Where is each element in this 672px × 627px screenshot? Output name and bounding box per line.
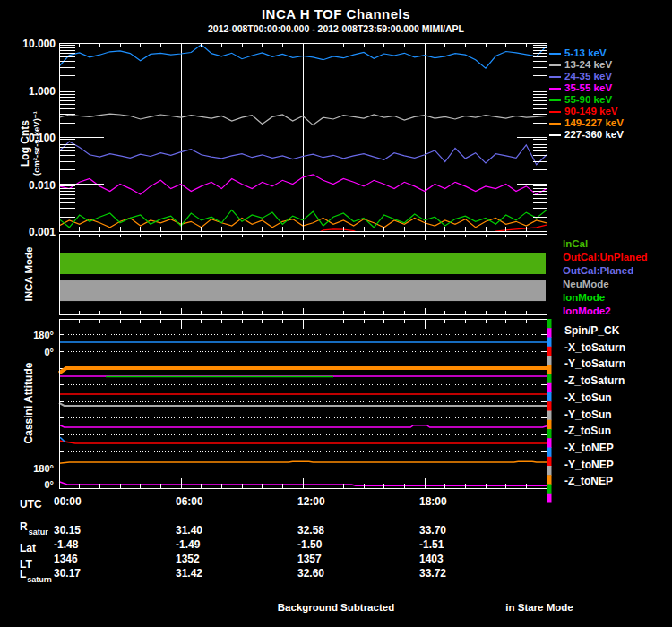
- attitude-color-strip-segment: [547, 448, 552, 458]
- tof-legend-item: 90-149 keV: [564, 106, 617, 117]
- inca-tof-plot-page: INCA H TOF Channels 2012-008T00:00:00.00…: [0, 0, 672, 627]
- legend-color-dash: [549, 88, 561, 90]
- table-cell: 33.72: [419, 567, 446, 580]
- mode-legend-item: OutCal:Planed: [563, 265, 633, 277]
- attitude-color-strip-segment: [547, 494, 552, 503]
- attitude-legend-item: -Y_toSun: [564, 408, 612, 421]
- attitude-color-strip-segment: [547, 319, 552, 329]
- attitude-att-line-5: [59, 403, 547, 406]
- legend-color-dash: [549, 123, 561, 125]
- utc-tick-label: 18:00: [419, 495, 447, 508]
- attitude-att-line-7: [59, 441, 547, 443]
- attitude-color-strip-segment: [547, 475, 552, 485]
- mode-legend-item: IonMode: [563, 292, 605, 304]
- table-cell: -1.48: [54, 538, 78, 551]
- attitude-color-strip-segment: [547, 457, 552, 467]
- utc-tick-label: 06:00: [176, 495, 203, 508]
- attitude-y-axis-label: Cassini Attitude: [22, 349, 35, 457]
- attitude-color-strip-segment: [547, 438, 552, 448]
- attitude-color-strip-segment: [547, 429, 552, 439]
- attitude-color-strip-segment: [547, 328, 552, 338]
- table-cell: 32.58: [297, 524, 324, 537]
- legend-color-dash: [549, 134, 561, 136]
- row-label-main: L: [20, 568, 26, 580]
- legend-color-dash: [549, 99, 561, 101]
- attitude-color-strip-segment: [547, 356, 552, 365]
- utc-axis-label: UTC: [20, 498, 42, 511]
- table-cell: 1346: [54, 553, 78, 565]
- mode-bar-IonMode: [60, 253, 546, 274]
- tof-y-tick-label: 0.010: [13, 179, 56, 192]
- tof-y-tick-label: 0.001: [13, 226, 56, 238]
- utc-tick-label: 00:00: [54, 495, 82, 508]
- legend-color-dash: [549, 64, 561, 66]
- table-row-label: Lat: [20, 542, 36, 554]
- mode-y-axis-label: INCA Mode: [23, 234, 36, 314]
- legend-color-dash: [549, 53, 561, 55]
- mode-legend-item: InCal: [563, 238, 588, 250]
- attitude-legend-item: -Y_toNEP: [564, 459, 614, 471]
- attitude-y-tick-label: 0°: [14, 479, 54, 491]
- row-label-subscript: satur: [29, 528, 48, 537]
- mode-legend-item: IonMode2: [563, 305, 611, 317]
- table-row-label: Lsaturn: [20, 568, 51, 581]
- attitude-color-strip-segment: [547, 374, 552, 384]
- attitude-color-strip-segment: [547, 383, 552, 393]
- table-cell: -1.50: [297, 538, 322, 551]
- tof-legend-item: 35-55 keV: [564, 82, 612, 94]
- attitude-att-line-2: [59, 368, 547, 374]
- tof-y-tick-label: 0.100: [13, 132, 56, 144]
- attitude-color-strip-segment: [547, 365, 552, 374]
- table-cell: 1357: [297, 553, 322, 565]
- table-cell: -1.49: [176, 538, 200, 551]
- mode-legend-item: OutCal:UnPlaned: [563, 252, 648, 263]
- attitude-legend-item: -X_toNEP: [564, 442, 614, 454]
- mode-legend-item: NeuMode: [563, 279, 609, 290]
- row-label-subscript: saturn: [27, 575, 52, 584]
- attitude-legend-item: -Z_toSaturn: [564, 374, 625, 387]
- attitude-att-line-9: [59, 461, 547, 463]
- attitude-color-strip-segment: [547, 411, 552, 421]
- attitude-y-tick-label: 180°: [14, 463, 54, 475]
- attitude-legend-item: -Z_toSun: [564, 425, 611, 437]
- attitude-legend-item: -Z_toNEP: [564, 475, 613, 487]
- attitude-color-strip-segment: [547, 485, 552, 494]
- table-cell: 32.60: [297, 567, 324, 580]
- attitude-color-strip-segment: [547, 347, 552, 356]
- mode-bar-NeuMode: [60, 280, 546, 301]
- attitude-color-strip-segment: [547, 466, 552, 476]
- attitude-legend-item: -Y_toSaturn: [564, 357, 625, 370]
- table-cell: 30.17: [54, 567, 81, 580]
- tof-y-tick-label: 10.000: [13, 38, 56, 50]
- time-range-subtitle: 2012-008T00:00:00.000 - 2012-008T23:59:0…: [0, 23, 672, 34]
- page-title: INCA H TOF Channels: [0, 6, 672, 21]
- table-cell: 33.70: [419, 524, 446, 537]
- footer-stare-mode: in Stare Mode: [484, 602, 595, 613]
- attitude-legend-item: Spin/P_CK: [564, 324, 619, 337]
- footer-background-subtracted: Background Subtracted: [251, 602, 421, 613]
- utc-tick-label: 12:00: [297, 495, 325, 508]
- attitude-color-strip-segment: [547, 401, 552, 411]
- row-label-main: R: [20, 520, 28, 533]
- tof-legend-item: 227-360 keV: [564, 129, 624, 141]
- tof-legend-item: 149-227 keV: [564, 117, 624, 129]
- table-cell: 1403: [419, 553, 444, 565]
- table-cell: 1352: [176, 553, 200, 565]
- attitude-y-tick-label: 180°: [14, 330, 54, 341]
- attitude-legend-item: -X_toSaturn: [564, 341, 625, 354]
- tof-legend-item: 24-35 keV: [564, 71, 612, 82]
- tof-legend-item: 5-13 keV: [564, 47, 607, 59]
- attitude-att-line-6: [59, 425, 547, 427]
- tof-y-tick-label: 1.000: [13, 85, 56, 98]
- table-cell: -1.51: [419, 538, 444, 551]
- table-cell: 31.42: [176, 567, 202, 580]
- attitude-color-strip-segment: [547, 420, 552, 430]
- attitude-legend-item: -X_toSun: [564, 391, 612, 404]
- attitude-color-strip-segment: [547, 392, 552, 402]
- attitude-color-strip-segment: [547, 338, 552, 348]
- legend-color-dash: [549, 111, 561, 113]
- table-cell: 30.15: [54, 524, 81, 537]
- table-cell: 31.40: [176, 524, 202, 537]
- table-row-label: Rsatur: [20, 520, 47, 534]
- row-label-main: Lat: [20, 542, 36, 554]
